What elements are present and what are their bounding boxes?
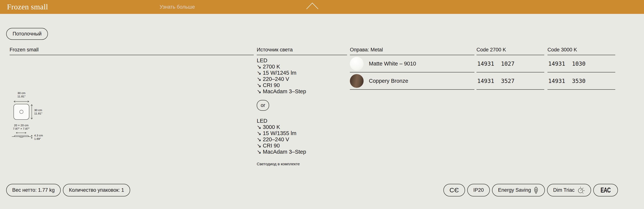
finish-swatch: [350, 74, 364, 88]
led-option-3000: LED↘ 3000 K↘ 15 W/1355 lm↘ 220–240 V↘ CR…: [257, 118, 347, 155]
column-code-2700-header: Code 2700 K: [476, 47, 544, 55]
column-code-3000-header: Code 3000 K: [548, 47, 615, 55]
diagram-width-cm: 30 cm: [18, 91, 25, 95]
diagram-depth-cm: 4.3 cm: [34, 134, 43, 137]
filter-ceiling-button[interactable]: Потолочный: [6, 28, 48, 40]
diagram-cutout-cm: 20 × 20 cm: [14, 124, 28, 127]
column-product-header: Frozen small: [10, 47, 254, 55]
column-code-3000: Code 3000 K 14931 103014931 3530: [548, 47, 615, 90]
diagram-depth-in: 1.69”: [34, 137, 41, 140]
dimmer-icon: [577, 186, 585, 194]
led-included-note: Светодиод в комплекте: [257, 162, 347, 166]
column-product: Frozen small: [10, 47, 254, 55]
column-light-source-header: Источник света: [257, 47, 347, 55]
column-code-2700: Code 2700 K 14931 102714931 3527: [476, 47, 544, 90]
spec-line: ↘ MacAdam 3–Step: [257, 149, 347, 155]
spec-line: LED: [257, 118, 347, 124]
spec-line: ↘ CRI 90: [257, 82, 347, 88]
column-frame: Оправа: Metal Matte White – 9010 Coppery…: [350, 47, 474, 90]
leaf-icon: [533, 187, 539, 194]
or-separator-pill: or: [257, 100, 269, 111]
diagram-height-cm: 30 cm: [34, 108, 42, 112]
finish-swatch: [350, 57, 364, 71]
column-light-source: Источник света LED↘ 2700 K↘ 15 W/1245 lm…: [257, 47, 347, 166]
diagram-height-in: 11.81”: [34, 112, 42, 115]
learn-more-link[interactable]: Узнать больше: [160, 4, 195, 10]
product-code: 14931 1030: [548, 55, 615, 72]
spec-line: LED: [257, 57, 347, 64]
spec-line: ↘ 15 W/1355 lm: [257, 130, 347, 136]
product-spec-page: Frozen small Узнать больше Потолочный Fr…: [0, 0, 644, 209]
column-frame-header: Оправа: Metal: [350, 47, 474, 55]
footer-info: Вес нетто: 1.77 kg Количество упаковок: …: [6, 184, 130, 197]
chevron-up-icon[interactable]: [306, 2, 319, 10]
diagram-side-view: [14, 135, 29, 137]
product-code: 14931 3527: [476, 72, 544, 90]
spec-line: ↘ 3000 K: [257, 124, 347, 130]
spec-line: ↘ MacAdam 3–Step: [257, 88, 347, 95]
code-2700-list: 14931 102714931 3527: [476, 55, 544, 90]
spec-line: ↘ 220–240 V: [257, 136, 347, 143]
top-bar: Frozen small Узнать больше: [0, 0, 644, 14]
spec-line: ↘ 220–240 V: [257, 76, 347, 82]
ce-mark: CЄ: [444, 184, 465, 197]
package-count-pill: Количество упаковок: 1: [63, 184, 130, 197]
finish-row: Matte White – 9010: [350, 55, 474, 72]
diagram-cutout-in: 7.87” × 7.87”: [13, 127, 30, 130]
led-option-2700: LED↘ 2700 K↘ 15 W/1245 lm↘ 220–240 V↘ CR…: [257, 57, 347, 95]
finish-label: Matte White – 9010: [369, 61, 416, 67]
net-weight-pill: Вес нетто: 1.77 kg: [6, 184, 61, 197]
energy-saving-badge: Energy Saving: [492, 184, 545, 197]
page-title: Frozen small: [7, 2, 48, 11]
dim-triac-label: Dim Triac: [553, 187, 574, 193]
ip20-badge: IP20: [467, 184, 490, 197]
eac-mark: EAC: [593, 184, 618, 197]
product-code: 14931 1027: [476, 55, 544, 72]
dimension-diagram: 30 cm 11.81” 30 cm 11.81” 20 × 20 cm 7.8…: [10, 91, 58, 143]
energy-saving-label: Energy Saving: [498, 187, 531, 193]
diagram-width-in: 11.81”: [18, 95, 26, 98]
finish-row: Coppery Bronze: [350, 72, 474, 90]
diagram-front-view: [14, 104, 29, 120]
finish-label: Coppery Bronze: [369, 78, 408, 84]
product-code: 14931 3530: [548, 72, 615, 90]
finish-list: Matte White – 9010 Coppery Bronze: [350, 55, 474, 90]
dim-triac-badge: Dim Triac: [547, 184, 591, 197]
spec-line: ↘ CRI 90: [257, 143, 347, 149]
spec-line: ↘ 2700 K: [257, 64, 347, 70]
footer-certifications: CЄ IP20 Energy Saving Dim Triac EAC: [444, 184, 618, 197]
code-3000-list: 14931 103014931 3530: [548, 55, 615, 90]
spec-line: ↘ 15 W/1245 lm: [257, 70, 347, 76]
